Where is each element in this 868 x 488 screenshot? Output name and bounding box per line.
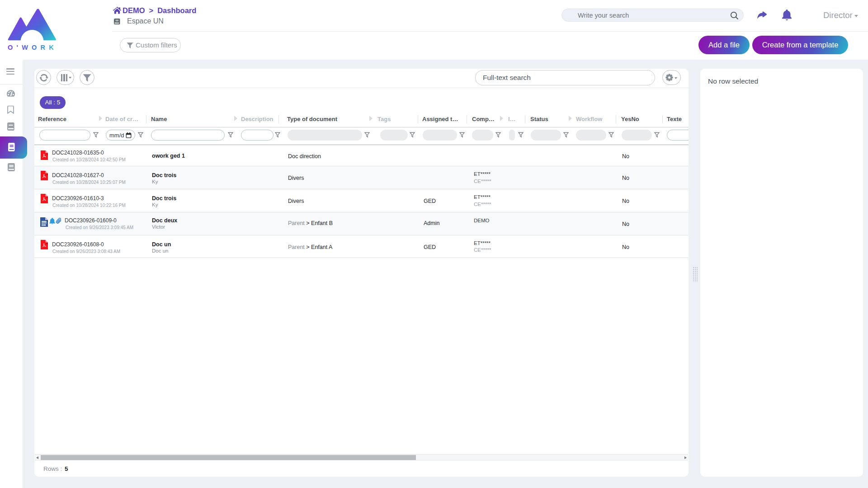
svg-text:w: w [43,223,46,227]
svg-text:O'WORK: O'WORK [8,44,56,50]
